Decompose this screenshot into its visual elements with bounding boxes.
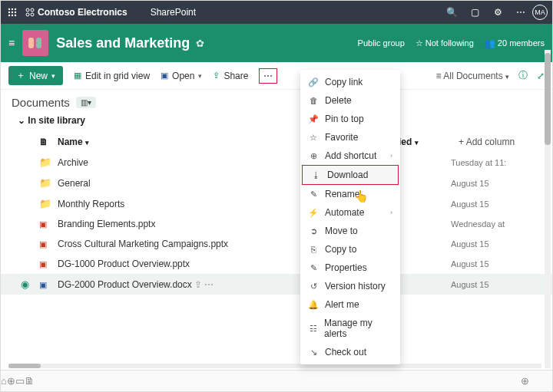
table-row[interactable]: 📁GeneralAugust 15 — [1, 173, 552, 193]
table-row[interactable]: ▣DG-1000 Product Overview.pptxAugust 15 — [1, 254, 552, 274]
site-header: ≡ Sales and Marketing ✿ Public group ☆ N… — [1, 24, 552, 62]
svg-point-8 — [15, 15, 16, 16]
megaphone-icon[interactable]: ▢ — [463, 7, 486, 18]
more-icon[interactable]: ⋯ — [509, 7, 532, 18]
site-logo[interactable] — [22, 30, 48, 56]
svg-rect-14 — [36, 38, 41, 48]
add-column[interactable]: + Add column — [459, 137, 535, 147]
file-type-icon: ▣ — [39, 239, 58, 249]
svg-point-3 — [8, 12, 10, 13]
modified-date: Wednesday at — [451, 219, 535, 229]
svg-point-11 — [26, 13, 29, 16]
file-type-icon: ▣ — [39, 219, 58, 229]
file-type-icon: 📁 — [39, 156, 58, 168]
svg-rect-13 — [28, 38, 34, 48]
menu-download[interactable]: ⭳Download — [302, 165, 399, 185]
menu-move-to[interactable]: ➲Move to — [300, 222, 400, 240]
suite-bar: Contoso Electronics SharePoint 🔍 ▢ ⚙ ⋯ M… — [1, 1, 552, 24]
open-button[interactable]: ▣Open ▾ — [161, 71, 202, 81]
nav-home-icon[interactable]: ⌂ — [1, 375, 7, 387]
edit-grid-button[interactable]: ▦Edit in grid view — [74, 71, 150, 81]
more-actions-button[interactable]: ⋯ — [259, 68, 277, 84]
menu-favorite[interactable]: ☆Favorite — [300, 128, 400, 147]
svg-point-4 — [12, 12, 13, 13]
svg-point-9 — [26, 8, 29, 12]
modified-date: August 15 — [451, 179, 535, 188]
members-count[interactable]: 👥 20 members — [485, 38, 545, 48]
file-icon-header: 🗎 — [39, 137, 58, 147]
app-launcher-icon[interactable] — [1, 8, 24, 17]
modified-date: August 15 — [451, 280, 535, 289]
menu-properties[interactable]: ✎Properties — [300, 259, 400, 277]
table-row[interactable]: ▣Cross Cultural Marketing Campaigns.pptx… — [1, 234, 552, 254]
app-name[interactable]: SharePoint — [151, 7, 196, 18]
avatar[interactable]: MA — [532, 5, 548, 20]
menu-copy-to[interactable]: ⎘Copy to — [300, 240, 400, 259]
site-title[interactable]: Sales and Marketing — [56, 35, 190, 51]
table-row[interactable]: ▣Branding Elements.pptxWednesday at — [1, 214, 552, 234]
svg-point-2 — [15, 8, 16, 10]
nav-box-icon[interactable]: ▭ — [15, 375, 25, 387]
file-type-icon: ▣ — [39, 259, 58, 269]
svg-point-12 — [31, 13, 34, 16]
hamburger-icon[interactable]: ≡ — [8, 37, 15, 49]
row-check[interactable]: ◉ — [21, 278, 39, 290]
file-type-icon: ▣ — [39, 279, 58, 290]
table-row[interactable]: 📁Monthly ReportsAugust 15 — [1, 193, 552, 214]
nav-globe-icon[interactable]: ⊕ — [7, 375, 15, 387]
menu-copy-link[interactable]: 🔗Copy link — [300, 73, 400, 91]
svg-point-7 — [12, 15, 13, 16]
teams-icon[interactable]: ✿ — [196, 38, 204, 49]
menu-rename[interactable]: ✎Rename — [300, 185, 400, 203]
svg-point-1 — [12, 8, 13, 10]
modified-date: August 15 — [451, 199, 535, 209]
column-headers: 🗎 Name ▾ Modified ▾ + Add column — [1, 129, 552, 152]
menu-alert-me[interactable]: 🔔Alert me — [300, 295, 400, 314]
menu-pin[interactable]: 📌Pin to top — [300, 110, 400, 128]
share-button[interactable]: ⇪Share — [213, 71, 248, 81]
table-row[interactable]: 📁ArchiveTuesday at 11: — [1, 152, 552, 173]
modified-date: August 15 — [451, 259, 535, 268]
follow-button[interactable]: ☆ Not following — [416, 38, 474, 48]
group-privacy: Public group — [358, 38, 405, 48]
modified-date: August 15 — [451, 239, 535, 249]
info-icon[interactable]: ⓘ — [518, 69, 528, 82]
file-list: 📁ArchiveTuesday at 11:📁GeneralAugust 15📁… — [1, 152, 552, 295]
modified-date: Tuesday at 11: — [451, 158, 535, 167]
menu-automate[interactable]: ⚡Automate› — [300, 203, 400, 222]
new-button[interactable]: ＋ New ▾ — [8, 66, 63, 85]
file-type-icon: 📁 — [39, 177, 58, 189]
svg-point-6 — [8, 15, 10, 16]
expand-icon[interactable]: ⤢ — [537, 71, 545, 81]
menu-version-history[interactable]: ↺Version history — [300, 277, 400, 295]
menu-check-out[interactable]: ↘Check out — [300, 343, 400, 361]
context-menu: 🔗Copy link 🗑Delete 📌Pin to top ☆Favorite… — [300, 70, 400, 364]
menu-add-shortcut[interactable]: ⊕Add shortcut› — [300, 147, 400, 165]
nav-add-icon[interactable]: ⊕ — [521, 375, 529, 387]
breadcrumb[interactable]: ⌄ In site library — [1, 112, 552, 129]
page-title: Documents ▥▾ — [1, 90, 552, 112]
vertical-scrollbar[interactable] — [545, 50, 551, 368]
nav-file-icon[interactable]: 🗎 — [25, 375, 35, 387]
svg-point-5 — [15, 12, 16, 13]
view-toggle[interactable]: ▥▾ — [76, 97, 96, 108]
search-icon[interactable]: 🔍 — [440, 7, 463, 18]
command-bar: ＋ New ▾ ▦Edit in grid view ▣Open ▾ ⇪Shar… — [1, 62, 552, 90]
org-brand: Contoso Electronics — [24, 7, 127, 18]
cursor-icon: 👆 — [354, 189, 369, 203]
horizontal-scrollbar[interactable] — [8, 364, 541, 368]
table-row[interactable]: ◉▣DG-2000 Product Overview.docx ⇪ ⋯Augus… — [1, 274, 552, 295]
file-type-icon: 📁 — [39, 198, 58, 209]
view-selector[interactable]: ≡ All Documents ▾ — [436, 71, 509, 81]
settings-icon[interactable]: ⚙ — [486, 7, 509, 18]
svg-point-10 — [31, 8, 34, 12]
menu-delete[interactable]: 🗑Delete — [300, 91, 400, 110]
bottom-nav: ⌂ ⊕ ▭ 🗎 ⊕ — [1, 370, 552, 391]
menu-manage-alerts[interactable]: ☷Manage my alerts — [300, 314, 400, 343]
svg-point-0 — [8, 8, 10, 10]
